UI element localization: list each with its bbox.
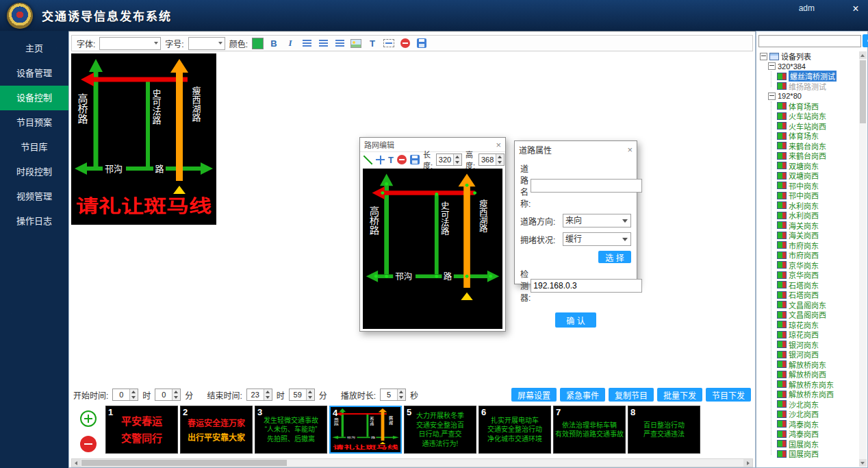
user-label[interactable]: adm bbox=[799, 3, 815, 13]
sidebar-item-device-management[interactable]: 设备管理 bbox=[0, 61, 68, 86]
program-thumbnail-5[interactable]: 5 大力开展秋冬季 交通安全整治百 日行动,严查交 通违法行为! bbox=[404, 406, 476, 454]
program-thumbnail-1[interactable]: 1 平安春运 交警同行 bbox=[105, 406, 178, 454]
dialog-titlebar[interactable]: 道路属性 × bbox=[515, 141, 637, 158]
start-hour-spinner[interactable]: 0 bbox=[112, 389, 138, 401]
device-item[interactable]: 体育场东 bbox=[758, 131, 859, 141]
align-right-button[interactable] bbox=[333, 37, 346, 49]
device-item[interactable]: 石塔岗东 bbox=[758, 280, 859, 291]
sidebar-item-operation-log[interactable]: 操作日志 bbox=[0, 209, 68, 234]
device-item[interactable]: 鸿泰岗西 bbox=[758, 429, 859, 439]
start-minute-spinner[interactable]: 0 bbox=[155, 389, 181, 401]
height-spinner[interactable]: 368 bbox=[478, 153, 505, 166]
delete-button[interactable] bbox=[397, 153, 407, 166]
spinner-arrows-icon[interactable] bbox=[264, 389, 272, 400]
device-item[interactable]: 双塘岗东 bbox=[758, 161, 859, 171]
confirm-button[interactable]: 确 认 bbox=[555, 312, 596, 328]
device-item[interactable]: 火车站岗西 bbox=[758, 121, 859, 132]
device-item[interactable]: 解放桥东岗西 bbox=[758, 389, 859, 399]
road-name-input[interactable] bbox=[531, 179, 642, 193]
road-network-canvas[interactable] bbox=[363, 169, 502, 329]
collapse-toggle-icon[interactable] bbox=[768, 93, 776, 100]
close-icon[interactable]: × bbox=[496, 140, 501, 150]
sidebar-item-device-control[interactable]: 设备控制 bbox=[0, 86, 68, 110]
tree-group-320x384[interactable]: 320*384 bbox=[758, 62, 859, 72]
add-text-button[interactable]: T bbox=[388, 153, 394, 166]
spinner-arrows-icon[interactable] bbox=[172, 389, 180, 400]
delete-button[interactable] bbox=[399, 37, 411, 49]
device-item[interactable]: 双塘岗西 bbox=[758, 171, 859, 181]
close-icon[interactable]: × bbox=[627, 145, 633, 155]
length-spinner[interactable]: 320 bbox=[436, 153, 462, 166]
device-item[interactable]: 银河岗西 bbox=[758, 349, 859, 360]
sidebar-item-home[interactable]: 主页 bbox=[0, 36, 68, 61]
search-button[interactable] bbox=[863, 34, 868, 47]
device-item[interactable]: 体育场西 bbox=[758, 101, 859, 112]
scroll-down-arrow-icon[interactable] bbox=[859, 459, 867, 467]
save-button[interactable] bbox=[410, 153, 420, 166]
sidebar-item-program-plan[interactable]: 节目预案 bbox=[0, 110, 68, 135]
device-item[interactable]: 石塔岗西 bbox=[758, 290, 859, 300]
end-hour-spinner[interactable]: 23 bbox=[246, 389, 272, 401]
align-center-button[interactable] bbox=[317, 37, 329, 49]
scroll-left-arrow-icon[interactable] bbox=[72, 459, 81, 467]
batch-send-button[interactable]: 批量下发 bbox=[657, 388, 702, 402]
device-item[interactable]: 火车站岗东 bbox=[758, 111, 859, 121]
marquee-button[interactable] bbox=[383, 37, 395, 49]
device-item[interactable]: 海关岗西 bbox=[758, 230, 859, 241]
align-left-button[interactable] bbox=[301, 37, 313, 49]
remove-program-button[interactable] bbox=[80, 436, 97, 452]
save-button[interactable] bbox=[416, 37, 428, 49]
device-item[interactable]: 邗中岗西 bbox=[758, 190, 859, 201]
detector-input[interactable] bbox=[531, 279, 642, 293]
device-item[interactable]: 京华岗西 bbox=[758, 270, 859, 280]
horizontal-scrollbar[interactable] bbox=[71, 458, 753, 467]
spinner-arrows-icon[interactable] bbox=[129, 389, 138, 400]
spinner-arrows-icon[interactable] bbox=[306, 389, 314, 400]
collapse-toggle-icon[interactable] bbox=[760, 53, 767, 60]
road-direction-select[interactable]: 来向 bbox=[563, 214, 631, 227]
device-item[interactable]: 市府岗东 bbox=[758, 241, 859, 251]
device-item[interactable]: 邗中岗东 bbox=[758, 181, 859, 191]
device-item[interactable]: 鸿泰岗东 bbox=[758, 419, 859, 430]
device-item[interactable]: 琼花岗西 bbox=[758, 330, 859, 340]
device-item[interactable]: 文昌阁岗西 bbox=[758, 310, 859, 320]
draw-line-button[interactable] bbox=[363, 153, 372, 166]
program-thumbnail-3[interactable]: 3 发生轻微交通事故 “人未伤、车能动” 先拍照、后撤离 bbox=[255, 406, 327, 454]
insert-image-button[interactable] bbox=[350, 37, 362, 49]
program-thumbnail-6[interactable]: 6 扎实开展电动车 交通安全整治行动 净化城市交通环境 bbox=[478, 406, 551, 454]
program-thumbnail-2[interactable]: 2 春运安全连万家 出行平安靠大家 bbox=[180, 406, 253, 454]
program-thumbnail-4-selected[interactable]: 4 请礼让斑马线 bbox=[329, 406, 402, 454]
device-item[interactable]: 水利岗西 bbox=[758, 210, 859, 221]
scroll-right-arrow-icon[interactable] bbox=[743, 459, 752, 467]
spinner-arrows-icon[interactable] bbox=[453, 154, 461, 165]
device-item[interactable]: 琼花岗东 bbox=[758, 320, 859, 330]
move-button[interactable] bbox=[376, 153, 385, 166]
select-button[interactable]: 选 择 bbox=[598, 251, 631, 263]
program-thumbnail-8[interactable]: 8 百日整治行动 严查交通违法 bbox=[628, 406, 700, 454]
font-size-select[interactable] bbox=[188, 37, 225, 50]
device-item[interactable]: 来鹤台岗西 bbox=[758, 151, 859, 161]
italic-button[interactable]: I bbox=[284, 37, 296, 49]
sidebar-item-time-control[interactable]: 时段控制 bbox=[0, 160, 68, 184]
duration-spinner[interactable]: 5 bbox=[380, 389, 406, 401]
end-minute-spinner[interactable]: 59 bbox=[289, 389, 315, 401]
sidebar-item-program-library[interactable]: 节目库 bbox=[0, 135, 68, 160]
tree-group-192x80[interactable]: 192*80 bbox=[758, 91, 859, 101]
scroll-up-arrow-icon[interactable] bbox=[859, 51, 867, 59]
device-item[interactable]: 水利岗东 bbox=[758, 201, 859, 211]
copy-program-button[interactable]: 复制节目 bbox=[609, 388, 654, 402]
congestion-select[interactable]: 缓行 bbox=[563, 232, 631, 246]
display-preview[interactable]: 请礼让斑马线 bbox=[71, 53, 216, 225]
collapse-toggle-icon[interactable] bbox=[768, 62, 776, 70]
vertical-scrollbar[interactable] bbox=[859, 51, 867, 467]
program-thumbnail-7[interactable]: 7 依法治理非标车辆 有效预防道路交通事故 bbox=[553, 406, 626, 454]
device-item-selected[interactable]: 螺丝湾桥测试 bbox=[758, 71, 859, 82]
spinner-arrows-icon[interactable] bbox=[397, 389, 405, 400]
device-item[interactable]: 国展岗西 bbox=[758, 449, 859, 459]
sidebar-item-video-management[interactable]: 视频管理 bbox=[0, 184, 68, 209]
vertical-scrollbar-thumb[interactable] bbox=[860, 60, 866, 123]
device-item[interactable]: 文昌阁岗东 bbox=[758, 300, 859, 310]
send-program-button[interactable]: 节目下发 bbox=[706, 388, 751, 402]
device-search-input[interactable] bbox=[758, 35, 861, 47]
device-item[interactable]: 解放桥岗西 bbox=[758, 369, 859, 380]
